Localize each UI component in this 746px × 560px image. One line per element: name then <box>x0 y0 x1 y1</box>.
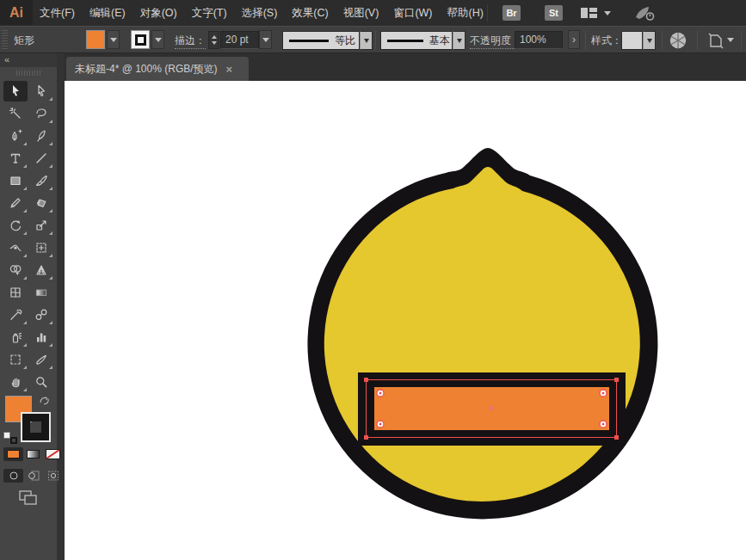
stroke-weight-stepper[interactable] <box>208 31 219 49</box>
artboard-options-chevron-icon[interactable] <box>727 38 734 42</box>
opacity-more-icon[interactable]: › <box>568 30 580 49</box>
stroke-frame-icon <box>135 34 146 46</box>
opacity-panel-link[interactable]: 不透明度： <box>470 34 521 49</box>
recolor-artwork-icon[interactable] <box>669 31 687 50</box>
hand-tool[interactable] <box>3 372 28 392</box>
magic-wand-tool[interactable] <box>3 103 28 124</box>
opacity-input[interactable]: 100% <box>515 31 563 49</box>
selection-handle-bottom-left[interactable] <box>364 435 368 440</box>
swap-fill-stroke-icon[interactable] <box>39 394 51 409</box>
draw-normal-button[interactable] <box>3 469 23 483</box>
fill-color-swatch[interactable] <box>86 30 105 49</box>
column-graph-tool[interactable] <box>29 327 53 348</box>
stock-button[interactable]: St <box>545 5 563 21</box>
brush-chevron-icon[interactable] <box>453 31 465 50</box>
paintbrush-tool[interactable] <box>29 170 53 191</box>
gradient-tool[interactable] <box>29 282 53 303</box>
selection-tool[interactable] <box>3 81 28 102</box>
corner-widget-dot <box>602 423 605 426</box>
divider <box>697 31 698 50</box>
bridge-button[interactable]: Br <box>502 5 521 21</box>
panel-grip[interactable] <box>2 30 8 49</box>
pen-tool[interactable] <box>3 126 28 146</box>
symbol-sprayer-tool[interactable] <box>3 327 28 348</box>
draw-behind-icon <box>28 471 40 481</box>
selection-handle-top-right[interactable] <box>614 378 619 382</box>
shape-builder-tool[interactable] <box>3 260 28 280</box>
width-profile-chevron-icon[interactable] <box>360 31 373 50</box>
menu-item-file[interactable]: 文件(F) <box>40 6 75 21</box>
color-fill-icon <box>7 450 20 458</box>
blend-tool[interactable] <box>29 305 53 325</box>
perspective-grid-tool[interactable] <box>29 260 53 280</box>
zoom-tool[interactable] <box>29 372 53 392</box>
stroke-weight-input[interactable]: 20 pt <box>220 31 259 49</box>
stroke-color-chevron-icon[interactable] <box>151 30 164 49</box>
scale-tool[interactable] <box>29 215 53 236</box>
line-segment-tool[interactable] <box>29 148 53 169</box>
stroke-weight-chevron-icon[interactable] <box>259 30 272 49</box>
corner-widget-dot <box>602 392 605 395</box>
selection-handle-bottom-right[interactable] <box>614 435 619 440</box>
corner-widget-dot <box>379 423 382 426</box>
stepper-down-icon[interactable] <box>212 41 217 45</box>
stroke-color-indicator[interactable] <box>22 413 50 441</box>
artboard-tool[interactable] <box>3 349 28 370</box>
color-mode-button[interactable] <box>3 447 23 461</box>
workspace-switcher-icon[interactable] <box>580 6 598 20</box>
gradient-icon <box>27 450 40 458</box>
panel-collapse-button[interactable]: « <box>0 53 57 67</box>
stroke-panel-link[interactable]: 描边： <box>175 34 206 49</box>
tab-close-icon[interactable]: × <box>226 63 233 76</box>
width-profile-select[interactable]: 等比 <box>282 31 360 50</box>
direct-selection-tool[interactable] <box>29 81 53 102</box>
screen-mode-button[interactable] <box>19 490 38 508</box>
draw-inside-button[interactable] <box>43 469 63 483</box>
control-bar: 矩形 描边： 20 pt 等比 基本 不透明度： 100% › 样式： <box>0 26 746 53</box>
rectangle-tool[interactable] <box>3 170 28 191</box>
eraser-tool[interactable] <box>29 193 53 213</box>
gpu-performance-icon[interactable] <box>633 4 657 22</box>
fill-color-chevron-icon[interactable] <box>107 30 120 49</box>
menu-item-view[interactable]: 视图(V) <box>343 6 379 21</box>
width-tool[interactable] <box>3 237 28 258</box>
style-chevron-icon[interactable] <box>643 31 656 50</box>
selection-handle-top-left[interactable] <box>364 378 368 382</box>
tools-panel: « <box>0 53 65 560</box>
default-stroke-mini <box>10 437 17 444</box>
menu-item-select[interactable]: 选择(S) <box>242 6 278 21</box>
divider <box>375 31 376 50</box>
default-fill-stroke-icon[interactable] <box>3 432 17 444</box>
artboard-options-icon[interactable] <box>707 32 726 49</box>
selection-center-anchor[interactable] <box>490 406 494 410</box>
lasso-tool[interactable] <box>29 103 53 124</box>
free-transform-tool[interactable] <box>29 237 53 258</box>
draw-behind-button[interactable] <box>23 469 43 483</box>
eyedropper-tool[interactable] <box>3 305 28 325</box>
stroke-color-swatch[interactable] <box>131 30 150 49</box>
menu-item-edit[interactable]: 编辑(E) <box>89 6 126 21</box>
panel-drag-grip[interactable] <box>16 71 40 76</box>
rotate-tool[interactable] <box>3 215 28 236</box>
type-tool[interactable] <box>3 148 28 169</box>
menu-item-object[interactable]: 对象(O) <box>140 6 177 21</box>
document-tab[interactable]: 未标题-4* @ 100% (RGB/预览) × <box>66 57 249 81</box>
artboard-canvas[interactable] <box>65 81 746 560</box>
brush-definition-select[interactable]: 基本 <box>380 31 453 50</box>
menu-item-help[interactable]: 帮助(H) <box>447 6 484 21</box>
chevron-down-icon[interactable] <box>604 11 611 15</box>
curvature-tool[interactable] <box>29 126 53 146</box>
slice-tool[interactable] <box>29 349 53 370</box>
menu-item-type[interactable]: 文字(T) <box>192 6 227 21</box>
brush-preview <box>387 40 423 42</box>
stepper-up-icon[interactable] <box>212 35 217 39</box>
pencil-tool[interactable] <box>3 193 28 213</box>
gradient-mode-button[interactable] <box>23 447 43 461</box>
menu-item-effect[interactable]: 效果(C) <box>292 6 328 21</box>
none-mode-button[interactable] <box>43 447 63 461</box>
divider <box>585 31 586 50</box>
style-swatch[interactable] <box>621 31 643 50</box>
menu-item-window[interactable]: 窗口(W) <box>393 6 432 21</box>
mesh-tool[interactable] <box>3 282 28 303</box>
menu: 文件(F) 编辑(E) 对象(O) 文字(T) 选择(S) 效果(C) 视图(V… <box>40 0 484 26</box>
